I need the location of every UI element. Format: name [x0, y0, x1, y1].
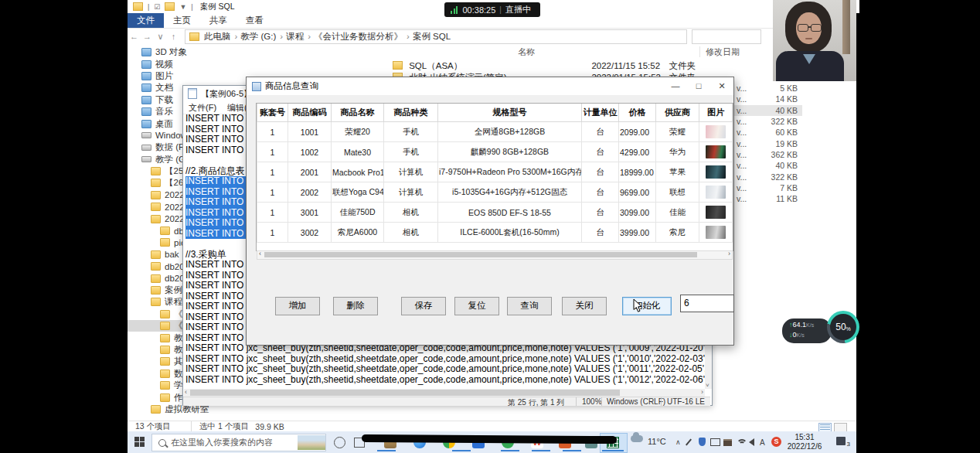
close-icon[interactable]: ✕	[710, 77, 733, 94]
breadcrumb[interactable]: 此电脑 教学 (G:) 课程 《会计业务数据分析》 案例 SQL	[185, 29, 687, 44]
scroll-right-icon[interactable]: ›	[701, 388, 703, 396]
product-table-container: 账套号商品编码商品名称商品种类规格型号计量单位价格供应商图片 1 1001 荣耀…	[256, 103, 733, 251]
back-icon[interactable]: ←	[128, 32, 141, 41]
input-method-indicator[interactable]: A	[760, 438, 765, 447]
column-header-name[interactable]: 名称	[518, 46, 535, 58]
dialog-button[interactable]: 关闭	[562, 297, 607, 315]
presenter-mouth	[805, 38, 812, 39]
start-button[interactable]	[134, 437, 145, 447]
tab-file[interactable]: 文件	[128, 13, 164, 28]
tab-view[interactable]: 查看	[236, 13, 273, 28]
dialog-button[interactable]: 保存	[401, 297, 446, 315]
dialog-button[interactable]: 复位	[454, 297, 499, 315]
breadcrumb-drive[interactable]: 教学 (G:)	[239, 31, 284, 43]
minimize-icon[interactable]: —	[664, 77, 687, 94]
folder-icon	[151, 191, 161, 199]
column-divider[interactable]	[699, 46, 700, 57]
stream-timer: 00:38:25	[463, 5, 496, 15]
table-row[interactable]: 1 2002 联想Yoga C940 计算机 i5-1035G4+16G内存+5…	[257, 182, 733, 203]
explorer-search-input[interactable]	[692, 29, 761, 44]
table-row[interactable]: 1 2001 Macbook Pro16 计算机 i7-9750H+Radeon…	[257, 162, 733, 182]
dialog-button[interactable]: 初始化	[622, 297, 672, 315]
dialog-button[interactable]: 查询	[507, 297, 552, 315]
hidden-icons-chevron-icon[interactable]: ∧	[675, 438, 681, 446]
table-header-cell[interactable]: 供应商	[656, 104, 699, 122]
table-header-cell[interactable]: 规格型号	[438, 104, 582, 122]
scroll-down-icon[interactable]: ˅	[706, 382, 709, 389]
breadcrumb-analysis[interactable]: 《会计业务数据分析》	[312, 31, 411, 43]
breadcrumb-case-sql[interactable]: 案例 SQL	[411, 31, 452, 43]
breadcrumb-this-pc[interactable]: 此电脑	[202, 31, 239, 43]
table-header-cell[interactable]: 价格	[619, 104, 656, 122]
table-row[interactable]: 1 3002 索尼A6000 相机 ILCE-6000L套机(16-50mm) …	[257, 223, 733, 243]
scroll-left-icon[interactable]: ‹	[185, 388, 187, 396]
customize-qat-chevron-icon[interactable]: ▼	[179, 3, 186, 11]
file-row[interactable]: v... 322 KB	[734, 171, 802, 182]
file-row[interactable]: v... 19 KB	[734, 138, 802, 148]
file-row[interactable]: v... 40 KB	[734, 105, 802, 116]
network-speed-widget[interactable]: ↑64.1K/s ↓0K/s	[782, 318, 832, 343]
file-row[interactable]: v... 362 KB	[734, 149, 802, 160]
file-row[interactable]: v... 14 KB	[734, 94, 802, 104]
taskbar-clock[interactable]: 15:31 2022/12/6	[781, 433, 829, 451]
file-type: v...	[734, 161, 757, 170]
table-horizontal-scrollbar[interactable]: ‹ ›	[257, 250, 733, 260]
notepad-horizontal-scrollbar[interactable]: ‹ ›	[184, 389, 705, 397]
weather-cloud-icon[interactable]	[631, 435, 643, 442]
dialog-button[interactable]: 增加	[275, 297, 320, 315]
table-header-cell[interactable]: 商品种类	[384, 104, 438, 122]
table-header-cell[interactable]: 商品名称	[332, 104, 384, 122]
file-row[interactable]: v... 7 KB	[734, 182, 802, 193]
maximize-icon[interactable]: □	[687, 77, 710, 94]
security-shield-icon[interactable]	[699, 438, 706, 446]
search-highlight-image[interactable]	[298, 435, 325, 450]
sidebar-item[interactable]: 3D 对象	[128, 46, 255, 58]
file-row[interactable]: v... 11 KB	[734, 193, 802, 204]
forward-icon[interactable]: →	[141, 32, 154, 41]
sidebar-item[interactable]: 视频	[128, 58, 255, 70]
breadcrumb-courses[interactable]: 课程	[284, 31, 312, 43]
file-row[interactable]: v... 322 KB	[734, 116, 802, 127]
table-header-cell[interactable]: 图片	[699, 104, 733, 122]
new-folder-icon[interactable]	[165, 2, 175, 11]
menu-file[interactable]: 文件(F)	[183, 101, 222, 114]
table-row[interactable]: 1 3001 佳能750D 相机 EOS 850D EF-S 18-55 台 3…	[257, 203, 733, 223]
table-header-cell[interactable]: 账套号	[257, 104, 288, 122]
cell-code: 2001	[288, 162, 332, 182]
file-row[interactable]: v... 60 KB	[734, 127, 802, 138]
table-row[interactable]: 1 1002 Mate30 手机 麒麟990 8GB+128GB 台 4299.…	[257, 142, 733, 162]
file-row[interactable]: v... 40 KB	[734, 160, 802, 171]
file-row[interactable]: SQL（ASA） 2022/11/15 15:52 文件夹	[390, 60, 696, 72]
file-row[interactable]: v... 5 KB	[734, 83, 802, 94]
table-row[interactable]: 1 1001 荣耀20 手机 全网通8GB+128GB 台 2099.00 荣耀	[257, 122, 733, 142]
file-type: v...	[734, 117, 757, 126]
cortana-icon[interactable]	[334, 437, 345, 448]
pen-icon[interactable]	[686, 439, 692, 446]
scrollbar-thumb[interactable]	[264, 252, 697, 257]
hardware-icon[interactable]	[723, 439, 732, 446]
table-header-cell[interactable]: 商品编码	[288, 104, 332, 122]
scroll-right-icon[interactable]: ›	[728, 250, 730, 257]
performance-gauge-widget[interactable]: 50%	[827, 311, 859, 343]
temperature[interactable]: 11°C	[648, 437, 666, 446]
display-icon[interactable]	[710, 438, 720, 446]
tab-share[interactable]: 共享	[200, 13, 236, 28]
scrollbar-thumb[interactable]	[190, 390, 620, 396]
sidebar-item[interactable]: 图片	[128, 70, 255, 82]
table-header-cell[interactable]: 计量单位	[582, 104, 619, 122]
notification-center-icon[interactable]: 3	[836, 437, 846, 445]
recent-dropdown-icon[interactable]: ∨	[154, 32, 167, 42]
properties-icon[interactable]: ☑	[154, 3, 160, 11]
volume-icon[interactable]	[749, 438, 754, 446]
scroll-left-icon[interactable]: ‹	[259, 250, 261, 257]
download-unit: K/s	[797, 332, 805, 338]
wifi-icon[interactable]	[737, 439, 747, 450]
column-header-date[interactable]: 修改日期	[706, 46, 740, 58]
dialog-button[interactable]: 删除	[333, 297, 378, 315]
up-icon[interactable]: ↑	[167, 32, 180, 41]
record-count-input[interactable]: 6	[680, 295, 734, 312]
taskbar-search-input[interactable]: 在这里输入你要搜索的内容	[151, 434, 326, 451]
product-image	[706, 226, 726, 239]
dialog-title-bar[interactable]: 商品信息查询 — □ ✕	[247, 77, 733, 95]
tab-home[interactable]: 主页	[164, 13, 200, 28]
